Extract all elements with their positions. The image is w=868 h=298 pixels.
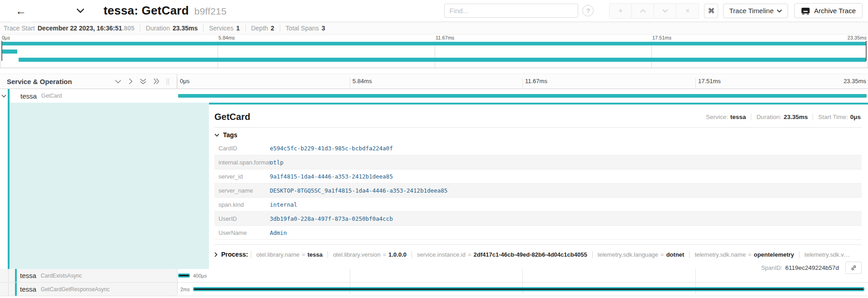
find-help-icon[interactable]: ? <box>582 5 594 16</box>
ruler-tick: 17.51ms <box>652 35 671 40</box>
selected-span-highlight-pad <box>177 103 209 269</box>
trace-id-short: b9ff215 <box>194 6 227 16</box>
trace-summary-bar: Trace StartDecember 22 2023, 16:36:51.80… <box>0 22 868 35</box>
process-item: telemetry.sdk.name=opentelemetry <box>689 251 799 258</box>
span-bar-cell[interactable]: 2ms <box>177 283 868 296</box>
trace-title-chevron-down-icon[interactable] <box>76 8 84 13</box>
service-name: tessa <box>20 285 36 293</box>
minimap-right-drag-handle[interactable] <box>866 41 867 61</box>
trace-start: Trace StartDecember 22 2023, 16:36:51.80… <box>4 25 140 32</box>
trace-timeline-dropdown[interactable]: Trace Timeline <box>723 4 788 18</box>
timeline-column-header: Service & Operation 0μs 5.84ms 11 <box>0 74 868 89</box>
tree-indent-line <box>8 269 9 282</box>
timeline-ticks-header: 0μs 5.84ms 11.67ms 17.51ms 23.35ms <box>177 74 868 89</box>
trace-timeline-page: ← tessa: GetCardb9ff215 ? ⌖ × ⌘ Trace T <box>0 0 868 298</box>
span-row-getcard[interactable]: tessa GetCard <box>0 89 868 103</box>
span-bar-cell[interactable] <box>177 89 868 103</box>
service-color-strip <box>15 283 17 296</box>
timeline-tick: 11.67ms <box>522 78 547 89</box>
next-match-chevron-down-icon[interactable] <box>654 4 676 18</box>
span-name-cell[interactable]: tessa CardExistsAsync <box>0 269 177 282</box>
process-item: service.instance.id=2df417c1-46cb-49ed-8… <box>412 251 592 258</box>
tags-table: CardID e594c5fc-b229-41d3-985c-bcbdfa224… <box>214 141 862 240</box>
timeline-tick: 0μs <box>177 78 189 89</box>
process-item: otel.library.name=tessa <box>251 251 327 258</box>
spacer <box>0 68 868 74</box>
trace-total-spans: Total Spans3 <box>280 25 331 32</box>
meta-service: Service:tessa <box>701 114 751 120</box>
detail-header: GetCard Service:tessa Duration:23.35ms S… <box>214 108 862 125</box>
expand-one-double-chevron-right-icon[interactable] <box>154 78 159 84</box>
ruler-tick: 0μs <box>2 35 10 40</box>
meta-start-time: Start Time:0μs <box>813 114 862 120</box>
tag-row[interactable]: span.kind internal <box>214 198 862 212</box>
service-operation-header: Service & Operation <box>0 74 177 89</box>
collapse-children-chevron-down-icon[interactable] <box>1 94 8 98</box>
span-duration-label: 400μs <box>193 273 207 278</box>
span-duration-label: 2ms <box>180 287 190 292</box>
span-detail-row: GetCard Service:tessa Duration:23.35ms S… <box>0 103 868 269</box>
find-nav-group: ⌖ × <box>609 3 699 19</box>
span-name-cell[interactable]: tessa GetCard <box>0 89 177 103</box>
minimap-span-getcardgetresponseasync[interactable] <box>19 58 866 62</box>
timeline-tick: 17.51ms <box>695 78 721 89</box>
service-color-strip <box>8 89 10 103</box>
span-bar-cardexistsasync[interactable] <box>178 273 190 278</box>
tag-row[interactable]: UserName Admin <box>214 226 862 240</box>
span-bar-getcard[interactable] <box>178 94 867 98</box>
minimap-left-drag-handle[interactable] <box>1 41 2 61</box>
process-item: otel.library.version=1.0.0.0 <box>327 251 412 258</box>
span-row-getcardgetresponseasync[interactable]: tessa GetCardGetResponseAsync 2ms <box>0 283 868 296</box>
timeline-tick: 5.84ms <box>350 78 372 89</box>
back-button[interactable]: ← <box>11 0 31 22</box>
focus-match-icon[interactable]: ⌖ <box>610 4 632 18</box>
tag-row[interactable]: server_id 9a1f4815-1da4-4446-a353-2412b1… <box>214 169 862 184</box>
collapse-all-chevron-down-icon[interactable] <box>115 79 121 84</box>
trace-timeline-label: Trace Timeline <box>729 7 774 15</box>
trace-minimap[interactable] <box>0 41 868 68</box>
span-bar-cell[interactable]: 400μs <box>177 269 868 282</box>
service-operation-title: Service & Operation <box>7 78 72 85</box>
tree-indent-line <box>8 283 9 296</box>
tag-row[interactable]: UserID 3db19fa0-228a-497f-873a-0250bf0a4… <box>214 212 862 226</box>
column-resizer-grip[interactable] <box>167 78 169 85</box>
top-bar-controls: ? ⌖ × ⌘ Trace Timeline <box>444 3 868 19</box>
detail-span-title: GetCard <box>214 112 250 122</box>
process-section-label: Process: <box>221 251 248 258</box>
minimap-span-cardexistsasync[interactable] <box>2 50 17 54</box>
selected-span-highlight-column[interactable] <box>0 103 177 269</box>
tags-section-toggle[interactable]: Tags <box>214 130 862 140</box>
minimap-span-getcard[interactable] <box>2 42 866 45</box>
process-section-toggle[interactable]: Process: otel.library.name=tessa otel.li… <box>214 244 862 260</box>
span-name-cell[interactable]: tessa GetCardGetResponseAsync <box>0 283 177 296</box>
tags-section: Tags CardID e594c5fc-b229-41d3-985c-bcbd… <box>214 127 862 240</box>
ruler-tick: 11.67ms <box>436 35 454 40</box>
expand-all-double-chevron-down-icon[interactable] <box>140 79 146 84</box>
archive-icon <box>801 7 810 15</box>
process-item: telemetry.sdk.language=dotnet <box>592 251 689 258</box>
find-input[interactable] <box>444 4 578 18</box>
clear-search-close-icon[interactable]: × <box>676 4 699 18</box>
prev-match-chevron-up-icon[interactable] <box>632 4 654 18</box>
service-name: tessa <box>20 92 37 100</box>
span-detail-card: GetCard Service:tessa Duration:23.35ms S… <box>209 103 868 269</box>
service-name: tessa <box>20 272 36 279</box>
operation-name: GetCard <box>41 93 62 99</box>
archive-trace-button[interactable]: Archive Trace <box>794 3 863 18</box>
timeline-tick: 23.35ms <box>841 78 866 89</box>
keyboard-shortcuts-command-icon[interactable]: ⌘ <box>704 4 718 18</box>
ruler-tick: 23.35ms <box>848 35 867 40</box>
collapse-one-chevron-right-icon[interactable] <box>129 78 133 84</box>
top-bar: ← tessa: GetCardb9ff215 ? ⌖ × ⌘ Trace T <box>0 0 868 22</box>
span-bar-getcardgetresponseasync[interactable] <box>193 287 864 291</box>
tags-section-label: Tags <box>223 131 238 139</box>
trace-name: tessa: GetCard <box>104 4 189 17</box>
tag-row[interactable]: server_name DESKTOP-8TGQ5SC_9a1f4815-1da… <box>214 184 862 198</box>
span-row-cardexistsasync[interactable]: tessa CardExistsAsync 400μs <box>0 269 868 283</box>
page-title: tessa: GetCardb9ff215 <box>104 4 227 18</box>
ruler-tick: 5.84ms <box>218 35 235 40</box>
tag-row[interactable]: internal.span.format otlp <box>214 155 862 169</box>
trace-duration: Duration23.35ms <box>140 25 203 32</box>
tag-row[interactable]: CardID e594c5fc-b229-41d3-985c-bcbdfa224… <box>214 141 862 155</box>
detail-meta: Service:tessa Duration:23.35ms Start Tim… <box>701 114 862 120</box>
